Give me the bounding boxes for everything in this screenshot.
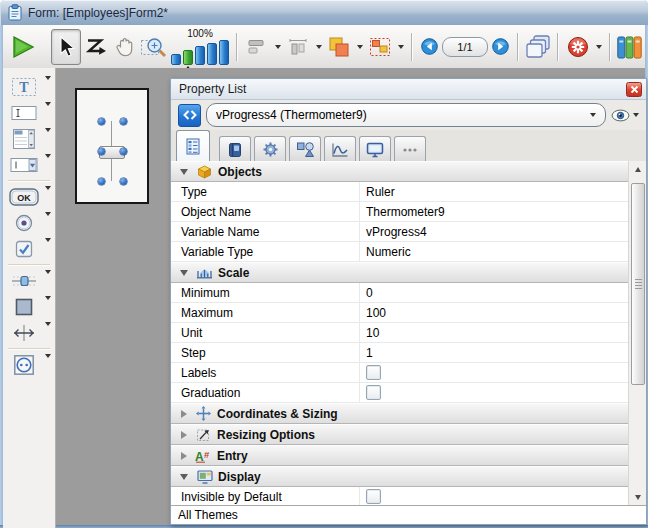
zoom-tool-button[interactable]: [140, 30, 168, 64]
tab-objects[interactable]: [219, 136, 251, 162]
property-value-text: 10: [366, 326, 379, 340]
list-box-tool-dropdown-arrow[interactable]: [45, 132, 51, 146]
property-value[interactable]: [359, 363, 629, 382]
chevron-down-icon: [316, 45, 322, 49]
selection-handle-top-left[interactable]: [98, 118, 105, 125]
zoom-bar[interactable]: [219, 40, 229, 65]
property-list-scrollbar[interactable]: [628, 161, 646, 506]
object-selector-dropdown[interactable]: vProgress4 (Thermometer9): [206, 103, 606, 127]
actions-button[interactable]: [564, 30, 592, 64]
static-text-tool-dropdown-arrow[interactable]: [45, 80, 51, 94]
property-value[interactable]: [359, 383, 629, 402]
tab-all-properties[interactable]: [176, 130, 210, 162]
checkbox-labels[interactable]: [366, 365, 381, 380]
splitter-tool[interactable]: [9, 321, 39, 345]
input-tool[interactable]: [9, 101, 39, 125]
form-page[interactable]: [75, 88, 149, 204]
scrollbar-thumb[interactable]: [631, 183, 645, 385]
distribute-button[interactable]: [284, 30, 312, 64]
slider-tool-dropdown-arrow[interactable]: [45, 274, 51, 288]
rectangle-tool-row: [3, 294, 55, 320]
run-form-button[interactable]: [6, 30, 40, 64]
distribute-dropdown-arrow[interactable]: [313, 30, 324, 64]
property-value[interactable]: 0: [359, 283, 629, 302]
selection-handle-top-right[interactable]: [120, 118, 127, 125]
static-text-tool[interactable]: T: [9, 75, 39, 99]
pages-button[interactable]: [524, 30, 552, 64]
select-tool-button[interactable]: [51, 29, 81, 65]
scroll-up-button[interactable]: [630, 162, 645, 177]
checkbox-tool[interactable]: [9, 237, 39, 261]
group-button[interactable]: [366, 30, 394, 64]
selection-handle-bottom-right[interactable]: [120, 178, 127, 185]
plugin-area-tool[interactable]: [9, 353, 39, 377]
combo-box-tool-row: [3, 152, 55, 178]
chevron-down-icon: [45, 354, 51, 372]
radio-button-tool-dropdown-arrow[interactable]: [45, 216, 51, 230]
rectangle-tool-dropdown-arrow[interactable]: [45, 300, 51, 314]
section-label: Coordinates & Sizing: [217, 407, 338, 421]
zoom-bar-current[interactable]: [183, 50, 193, 65]
actions-dropdown-arrow[interactable]: [593, 30, 604, 64]
property-value[interactable]: vProgress4: [359, 222, 629, 241]
slider-tool[interactable]: [9, 269, 39, 293]
button-tool[interactable]: OK: [9, 185, 39, 209]
plugin-tool-icon: [13, 354, 35, 376]
selection-handle-bottom-left[interactable]: [98, 178, 105, 185]
level-button[interactable]: [325, 30, 353, 64]
zoom-scale-widget[interactable]: 100%: [171, 29, 229, 65]
checkbox-graduation[interactable]: [366, 385, 381, 400]
selection-handle-middle-right[interactable]: [120, 148, 127, 155]
scroll-up-arrow-icon: [635, 167, 641, 172]
property-value[interactable]: Thermometer9: [359, 202, 629, 221]
section-header-coordinates-sizing[interactable]: Coordinates & Sizing: [171, 403, 629, 424]
tab-display[interactable]: [359, 136, 391, 162]
property-list-panel: Property List vProgress4 (Thermometer9) …: [170, 78, 647, 525]
align-dropdown-arrow[interactable]: [272, 30, 283, 64]
zoom-bar[interactable]: [195, 46, 205, 65]
next-page-button[interactable]: [492, 38, 509, 55]
input-tool-dropdown-arrow[interactable]: [45, 106, 51, 120]
section-header-scale[interactable]: Scale: [171, 262, 629, 283]
section-header-display[interactable]: Display: [171, 466, 629, 487]
object-code-button[interactable]: [178, 104, 201, 127]
section-header-entry[interactable]: A#Entry: [171, 445, 629, 466]
list-box-tool[interactable]: [9, 127, 39, 151]
tab-settings[interactable]: [254, 136, 286, 162]
property-value[interactable]: 1: [359, 343, 629, 362]
plugin-area-tool-dropdown-arrow[interactable]: [45, 358, 51, 372]
property-value[interactable]: Ruler: [359, 182, 629, 201]
button-tool-dropdown-arrow[interactable]: [45, 190, 51, 204]
section-header-objects[interactable]: Objects: [171, 161, 629, 182]
scroll-down-button[interactable]: [630, 490, 645, 505]
pan-tool-button[interactable]: [111, 30, 139, 64]
previous-page-button[interactable]: [421, 38, 438, 55]
view-options-button[interactable]: [611, 109, 639, 122]
property-value[interactable]: 10: [359, 323, 629, 342]
property-value[interactable]: 100: [359, 303, 629, 322]
checkbox-tool-dropdown-arrow[interactable]: [45, 242, 51, 256]
combo-box-tool[interactable]: [9, 153, 39, 177]
radio-button-tool[interactable]: [9, 211, 39, 235]
selection-handle-middle-left[interactable]: [98, 148, 105, 155]
library-button[interactable]: [616, 30, 644, 64]
rectangle-tool[interactable]: [9, 295, 39, 319]
page-indicator[interactable]: 1/1: [442, 37, 488, 57]
splitter-tool-dropdown-arrow[interactable]: [45, 326, 51, 340]
zoom-bar[interactable]: [207, 43, 217, 65]
property-value[interactable]: [359, 487, 629, 506]
level-dropdown-arrow[interactable]: [354, 30, 365, 64]
property-value[interactable]: Numeric: [359, 242, 629, 261]
tab-events[interactable]: [324, 136, 356, 162]
zoom-bar[interactable]: [171, 54, 181, 65]
chevron-down-icon: [357, 45, 363, 49]
entry-order-tool-button[interactable]: [82, 30, 110, 64]
close-button[interactable]: [626, 82, 642, 97]
align-button[interactable]: [243, 30, 271, 64]
tab-more[interactable]: [394, 136, 426, 162]
combo-box-tool-dropdown-arrow[interactable]: [45, 158, 51, 172]
tab-shapes[interactable]: [289, 136, 321, 162]
group-dropdown-arrow[interactable]: [395, 30, 406, 64]
checkbox-invisible-by-default[interactable]: [366, 489, 381, 504]
section-header-resizing-options[interactable]: Resizing Options: [171, 424, 629, 445]
